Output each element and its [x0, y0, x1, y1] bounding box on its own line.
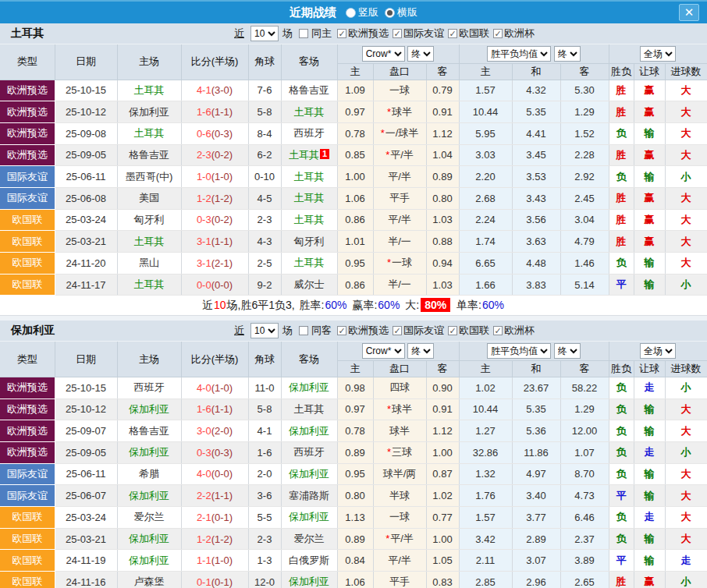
corner-cell: 4-5	[248, 187, 281, 209]
euro-stage-select[interactable]: 终	[554, 46, 581, 62]
asian-away-odds: 1.03	[426, 209, 459, 231]
euro-home-odds: 32.86	[459, 441, 512, 463]
result-cell: 平	[609, 274, 634, 296]
handicap-cell: 平手	[373, 187, 426, 209]
wdl-average-select[interactable]: 胜平负均值	[487, 46, 551, 62]
type-badge: 欧洲预选	[0, 101, 55, 123]
type-badge: 欧国联	[0, 528, 55, 550]
league-checkbox[interactable]: ✓	[337, 326, 346, 335]
match-row: 欧洲预选25-09-08土耳其0-6(0-3)8-4西班牙0.78*一/球半1.…	[0, 122, 707, 144]
recent-count-select[interactable]: 10	[250, 323, 279, 338]
home-team-cell: 保加利亚	[117, 550, 181, 572]
away-team-cell: 保加利亚	[281, 507, 337, 529]
col-home: 主场	[117, 44, 181, 80]
asian-away-odds: 0.91	[426, 101, 459, 123]
section-team-name: 土耳其	[0, 27, 234, 41]
date-cell: 25-06-11	[55, 166, 117, 188]
horizontal-radio[interactable]	[385, 8, 395, 18]
near-link[interactable]: 近	[234, 27, 244, 41]
league-checkbox-label: 欧国联	[459, 27, 489, 39]
score-cell: 1-2(1-2)	[181, 528, 248, 550]
score-cell: 3-1(1-1)	[181, 231, 248, 253]
scope-select[interactable]: 全场	[640, 343, 676, 359]
away-team-cell: 西班牙	[281, 441, 337, 463]
away-team-cell: 保加利亚	[281, 377, 337, 398]
col-result: 胜负	[609, 63, 634, 80]
asian-home-odds: 0.84	[337, 550, 373, 572]
league-checkbox[interactable]: ✓	[337, 29, 346, 38]
bookmaker-select[interactable]: Crow*	[362, 343, 405, 359]
euro-home-odds: 2.11	[459, 550, 512, 572]
horizontal-radio-label[interactable]: 横版	[397, 5, 417, 19]
handicap-cell: 四球	[373, 377, 426, 398]
asian-away-odds: 0.87	[426, 463, 459, 485]
col-date: 日期	[55, 342, 117, 377]
result-cell: 负	[609, 441, 634, 463]
handicap-result-cell: 赢	[634, 572, 665, 588]
euro-draw-odds: 3.07	[512, 550, 560, 572]
match-row: 国际友谊25-06-07保加利亚2-2(1-1)3-6塞浦路斯0.80半球1.0…	[0, 485, 707, 507]
goals-result-cell: 大	[665, 209, 707, 231]
league-checkbox[interactable]: ✓	[493, 326, 503, 335]
date-cell: 25-10-15	[55, 80, 117, 101]
euro-away-odds: 8.70	[560, 463, 609, 485]
result-cell: 负	[609, 253, 634, 275]
league-checkbox[interactable]: ✓	[448, 29, 457, 38]
asian-odds-group: Crow* 终	[337, 342, 459, 360]
euro-away-odds: 58.22	[560, 377, 609, 398]
corner-cell: 7-6	[248, 80, 281, 101]
scope-select[interactable]: 全场	[640, 46, 676, 62]
handicap-result-cell: 走	[634, 507, 665, 529]
same-venue-checkbox[interactable]	[299, 326, 308, 335]
euro-home-odds: 2.68	[459, 187, 512, 209]
result-cell: 平	[609, 550, 634, 572]
summary-text: 近10场,胜6平1负3,	[202, 299, 295, 313]
result-cell: 胜	[609, 80, 634, 101]
league-checkbox[interactable]: ✓	[393, 326, 402, 335]
asian-home-odds: 0.86	[337, 209, 373, 231]
date-cell: 24-11-19	[55, 550, 117, 572]
asian-home-odds: 0.95	[337, 463, 373, 485]
goals-result-cell: 小	[665, 274, 707, 296]
col-corner: 角球	[248, 44, 281, 80]
date-cell: 25-03-21	[55, 528, 117, 550]
asian-away-odds: 0.83	[426, 572, 459, 588]
away-team-cell: 土耳其	[281, 166, 337, 188]
score-cell: 2-1(0-1)	[181, 507, 248, 529]
handicap-result-cell: 赢	[634, 209, 665, 231]
euro-odds-group: 胜平负均值 终	[459, 342, 609, 360]
corner-cell: 4-1	[248, 420, 281, 442]
recent-count-select[interactable]: 10	[250, 26, 279, 41]
asian-away-odds: 1.03	[426, 274, 459, 296]
away-team-cell: 塞浦路斯	[281, 485, 337, 507]
league-checkbox[interactable]: ✓	[393, 29, 402, 38]
vertical-radio-label[interactable]: 竖版	[358, 5, 378, 19]
same-venue-checkbox[interactable]	[299, 29, 308, 38]
away-team-cell: 匈牙利	[281, 231, 337, 253]
euro-away-odds: 12.00	[560, 420, 609, 442]
corner-cell: 5-8	[248, 398, 281, 420]
wdl-average-select[interactable]: 胜平负均值	[487, 343, 551, 359]
league-checkbox[interactable]: ✓	[493, 29, 503, 38]
euro-stage-select[interactable]: 终	[554, 343, 581, 359]
corner-cell: 12-0	[248, 572, 281, 588]
corner-cell: 6-2	[248, 144, 281, 166]
corner-cell: 3-6	[248, 485, 281, 507]
league-checkbox[interactable]: ✓	[448, 326, 457, 335]
date-cell: 24-11-20	[55, 253, 117, 275]
euro-home-odds: 2.24	[459, 209, 512, 231]
home-team-cell: 爱尔兰	[117, 507, 181, 529]
near-link[interactable]: 近	[234, 324, 244, 338]
type-badge: 欧国联	[0, 572, 55, 588]
corner-cell: 2-0	[248, 463, 281, 485]
corner-cell: 1-6	[248, 441, 281, 463]
asian-stage-select[interactable]: 终	[407, 46, 434, 62]
result-cell: 负	[609, 463, 634, 485]
type-badge: 欧洲预选	[0, 441, 55, 463]
home-team-cell: 保加利亚	[117, 485, 181, 507]
vertical-radio[interactable]	[346, 8, 356, 18]
date-cell: 25-03-24	[55, 507, 117, 529]
close-icon[interactable]: ✕	[679, 4, 699, 21]
asian-stage-select[interactable]: 终	[407, 343, 434, 359]
bookmaker-select[interactable]: Crow*	[362, 46, 405, 62]
